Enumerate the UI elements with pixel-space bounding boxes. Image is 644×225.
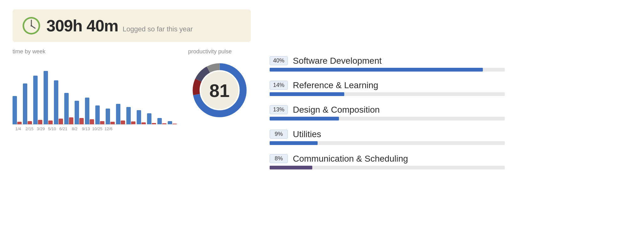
category-header: 9%Utilities xyxy=(270,129,631,139)
time-banner: 309h 40m Logged so far this year xyxy=(13,9,251,42)
bar-group xyxy=(75,101,84,124)
category-row: 8%Communication & Scheduling xyxy=(270,154,631,169)
bar-blue xyxy=(147,113,151,124)
time-display: 309h 40m Logged so far this year xyxy=(46,16,193,35)
clock-icon xyxy=(22,16,41,35)
bar-blue xyxy=(54,80,58,124)
bar-group xyxy=(168,121,177,124)
bar-axis-label: 10/25 xyxy=(92,126,102,131)
bar-blue xyxy=(85,98,89,124)
bar-red xyxy=(141,122,146,124)
category-row: 14%Reference & Learning xyxy=(270,80,631,96)
pulse-section: productivity pulse 81 xyxy=(188,48,251,119)
category-bar-fill xyxy=(270,68,483,72)
category-header: 40%Software Development xyxy=(270,56,631,66)
percent-badge: 8% xyxy=(270,154,288,163)
category-bar-track xyxy=(270,166,505,169)
bar-axis-label: 6/21 xyxy=(58,126,68,131)
bar-group xyxy=(137,110,146,124)
bar-red xyxy=(100,121,104,124)
bar-blue xyxy=(33,76,38,124)
percent-badge: 40% xyxy=(270,56,288,65)
bar-axis-label: 5/10 xyxy=(47,126,57,131)
bar-blue xyxy=(44,71,48,124)
percent-badge: 14% xyxy=(270,81,288,90)
right-panel: 40%Software Development14%Reference & Le… xyxy=(251,9,631,216)
bar-red xyxy=(121,121,125,124)
bar-group xyxy=(126,107,135,124)
category-bar-track xyxy=(270,68,505,72)
bar-group xyxy=(157,118,166,124)
left-panel: 309h 40m Logged so far this year time by… xyxy=(13,9,251,216)
bar-labels: 1/42/153/295/106/218/29/1310/2512/6 xyxy=(13,126,132,131)
category-row: 13%Design & Composition xyxy=(270,105,631,121)
category-bar-track xyxy=(270,92,505,96)
bar-group xyxy=(23,83,32,124)
bar-red xyxy=(152,123,156,124)
percent-badge: 9% xyxy=(270,130,288,139)
bar-axis-label: 12/6 xyxy=(103,126,113,131)
bar-group xyxy=(64,93,73,124)
bar-group xyxy=(54,80,63,124)
bar-blue xyxy=(75,101,79,124)
bar-group xyxy=(147,113,156,124)
bar-axis-label: 3/29 xyxy=(36,126,46,131)
bar-chart-title: time by week xyxy=(13,48,179,55)
category-name: Software Development xyxy=(293,56,382,66)
bar-red xyxy=(79,118,84,124)
pulse-title: productivity pulse xyxy=(188,48,232,55)
bar-group xyxy=(106,109,115,124)
bar-red xyxy=(110,122,115,124)
bar-red xyxy=(172,124,177,124)
bar-group xyxy=(33,76,42,124)
bar-blue xyxy=(168,121,172,124)
time-label: Logged so far this year xyxy=(123,25,193,33)
bar-axis-label: 9/13 xyxy=(81,126,91,131)
bar-red xyxy=(38,120,42,124)
category-row: 40%Software Development xyxy=(270,56,631,72)
category-bar-track xyxy=(270,117,505,121)
bar-chart-section: time by week 1/42/153/295/106/218/29/131… xyxy=(13,48,179,137)
bar-group xyxy=(95,105,104,124)
bar-blue xyxy=(23,83,27,124)
bar-group xyxy=(44,71,53,124)
category-name: Utilities xyxy=(293,129,321,139)
svg-point-4 xyxy=(31,25,32,27)
charts-row: time by week 1/42/153/295/106/218/29/131… xyxy=(13,48,251,137)
bar-blue xyxy=(64,93,69,124)
main-container: 309h 40m Logged so far this year time by… xyxy=(0,0,644,225)
bar-red xyxy=(48,121,53,124)
category-name: Communication & Scheduling xyxy=(293,154,408,164)
bar-red xyxy=(90,119,94,124)
category-name: Reference & Learning xyxy=(293,80,378,90)
bar-red xyxy=(28,121,32,124)
bar-blue xyxy=(126,107,131,124)
category-name: Design & Composition xyxy=(293,105,380,115)
percent-badge: 13% xyxy=(270,105,288,114)
bar-group xyxy=(85,98,94,124)
time-value: 309h 40m xyxy=(46,17,118,35)
category-row: 9%Utilities xyxy=(270,129,631,145)
bar-group xyxy=(116,104,125,124)
category-bar-fill xyxy=(270,117,339,121)
bar-blue xyxy=(95,105,100,124)
bar-axis-label: 8/2 xyxy=(70,126,80,131)
category-header: 13%Design & Composition xyxy=(270,105,631,115)
bar-group xyxy=(13,96,22,124)
bar-axis-label: 2/15 xyxy=(24,126,34,131)
bars-area xyxy=(13,59,132,125)
donut-chart: 81 xyxy=(191,61,249,119)
bar-red xyxy=(131,121,135,124)
bar-blue xyxy=(13,96,17,124)
category-bar-track xyxy=(270,141,505,145)
pulse-value: 81 xyxy=(209,80,230,101)
bar-red xyxy=(162,123,166,124)
bar-blue xyxy=(116,104,120,124)
category-bar-fill xyxy=(270,92,344,96)
bar-red xyxy=(69,117,73,124)
bar-red xyxy=(59,119,63,124)
category-header: 14%Reference & Learning xyxy=(270,80,631,90)
bar-chart: 1/42/153/295/106/218/29/1310/2512/6 xyxy=(13,59,132,137)
bar-blue xyxy=(157,118,162,124)
category-bar-fill xyxy=(270,141,318,145)
